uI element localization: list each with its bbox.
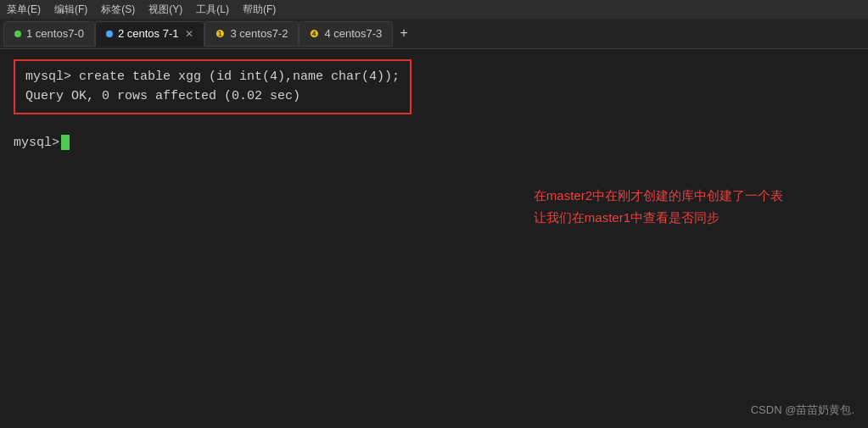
terminal-line-1: mysql> create table xgg (id int(4),name …	[25, 68, 400, 87]
tab-centos7-0[interactable]: 1 centos7-0	[3, 21, 95, 47]
cursor	[61, 135, 70, 150]
menu-item-view[interactable]: 视图(Y)	[148, 3, 182, 17]
annotation-line-1: 在master2中在刚才创建的库中创建了一个表	[534, 185, 783, 207]
terminal-line-2: Query OK, 0 rows affected (0.02 sec)	[25, 87, 400, 107]
tab-label-4: 4 centos7-3	[324, 27, 382, 40]
tab-dot-blue	[106, 31, 113, 37]
tab-bar: 1 centos7-0 2 centos 7-1 ✕ ❶ 3 centos7-2…	[0, 19, 868, 49]
terminal-area: mysql> create table xgg (id int(4),name …	[0, 49, 868, 428]
menu-item-format[interactable]: 编辑(F)	[54, 3, 87, 17]
menu-item-tabs[interactable]: 标签(S)	[101, 3, 135, 17]
tab-warning-icon-3: ❶	[216, 28, 225, 40]
command-output-box: mysql> create table xgg (id int(4),name …	[14, 59, 412, 114]
tab-add-button[interactable]: +	[393, 26, 415, 42]
tab-centos7-1[interactable]: 2 centos 7-1 ✕	[95, 21, 205, 47]
menu-item-tools[interactable]: 工具(L)	[196, 3, 229, 17]
tab-label-3: 3 centos7-2	[230, 27, 288, 40]
mysql-prompt: mysql>	[14, 136, 59, 150]
tab-centos7-3[interactable]: ❹ 4 centos7-3	[299, 21, 393, 47]
prompt-line: mysql>	[14, 135, 854, 150]
tab-close-icon[interactable]: ✕	[185, 28, 193, 40]
tab-label-1: 1 centos7-0	[26, 27, 84, 40]
menu-item-edit[interactable]: 菜单(E)	[7, 3, 41, 17]
tab-warning-icon-4: ❹	[310, 28, 319, 40]
tab-label-2: 2 centos 7-1	[118, 27, 179, 40]
menu-item-help[interactable]: 帮助(F)	[243, 3, 276, 17]
watermark: CSDN @苗苗奶黄包.	[751, 403, 854, 418]
top-bar: 菜单(E) 编辑(F) 标签(S) 视图(Y) 工具(L) 帮助(F)	[0, 0, 868, 19]
tab-dot-green	[14, 31, 21, 37]
annotation-line-2: 让我们在master1中查看是否同步	[534, 207, 783, 229]
annotation-block: 在master2中在刚才创建的库中创建了一个表 让我们在master1中查看是否…	[534, 185, 783, 228]
tab-centos7-2[interactable]: ❶ 3 centos7-2	[204, 21, 299, 47]
